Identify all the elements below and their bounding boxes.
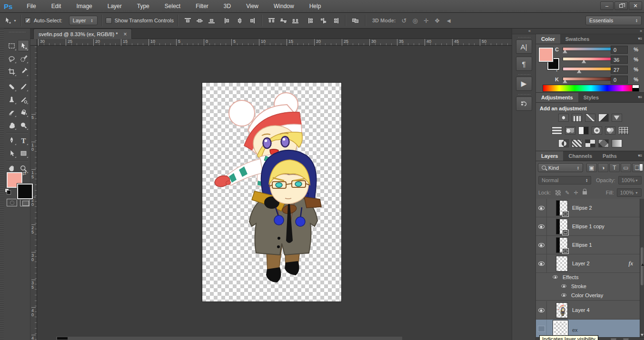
type-tool[interactable]: T <box>18 135 29 146</box>
fx-badge[interactable]: fx <box>629 260 633 267</box>
yellow-value-field[interactable]: 27 <box>611 66 628 74</box>
auto-align-layers-button[interactable] <box>352 18 359 24</box>
actions-panel-button[interactable]: ▶ <box>516 77 532 91</box>
layer-row-ellipse2[interactable]: Ellipse 2 <box>536 199 640 217</box>
tab-layers[interactable]: Layers <box>536 151 563 161</box>
close-button[interactable]: ✕ <box>629 1 642 10</box>
photo-filter-icon[interactable] <box>592 126 602 135</box>
menu-item[interactable]: Help <box>302 0 329 12</box>
gradient-map-icon[interactable] <box>598 139 609 147</box>
channel-mixer-icon[interactable] <box>605 126 615 135</box>
healing-brush-tool[interactable] <box>6 81 17 92</box>
distribute-right-edges-button[interactable] <box>332 18 339 24</box>
visibility-toggle[interactable] <box>536 236 547 254</box>
layer-thumbnail[interactable] <box>556 256 567 271</box>
tab-channels[interactable]: Channels <box>563 151 597 161</box>
align-right-edges-button[interactable] <box>248 18 255 24</box>
crop-tool[interactable] <box>6 66 17 77</box>
hue-saturation-icon[interactable] <box>552 126 562 135</box>
menu-item[interactable]: 3D <box>216 0 238 12</box>
selective-color-icon[interactable] <box>612 139 622 147</box>
effects-row[interactable]: Effects <box>536 273 640 282</box>
ruler-corner[interactable] <box>30 39 37 46</box>
blend-mode-dropdown[interactable]: Normal ▲▼ <box>538 176 591 185</box>
layer-name[interactable]: Ellipse 1 copy <box>572 223 604 229</box>
brush-tool[interactable] <box>18 81 29 92</box>
scroll-down-icon[interactable] <box>641 334 644 336</box>
move-tool[interactable] <box>18 40 29 51</box>
dodge-tool[interactable] <box>18 119 29 131</box>
layer-thumbnail[interactable] <box>556 201 567 215</box>
dock-edge-grip[interactable] <box>0 29 4 340</box>
filter-adjustment-layers-icon[interactable]: ◑ <box>598 163 608 172</box>
black-value-field[interactable]: 0 <box>611 76 628 84</box>
screen-mode-button[interactable] <box>20 199 30 206</box>
brightness-contrast-icon[interactable] <box>558 114 569 122</box>
layer-name[interactable]: Ellipse 2 <box>572 205 592 211</box>
vibrance-icon[interactable] <box>612 114 622 122</box>
filter-pixel-layers-icon[interactable]: ▣ <box>586 163 597 172</box>
panel-grip[interactable] <box>518 37 530 39</box>
tab-adjustments[interactable]: Adjustments <box>536 93 578 102</box>
distribute-top-edges-button[interactable] <box>268 18 275 24</box>
document-tab[interactable]: svefin.psd @ 8.33% (ex, RGB/8) * × <box>33 29 132 39</box>
lock-move-icon[interactable]: ✛ <box>574 190 578 196</box>
color-balance-icon[interactable] <box>565 126 575 135</box>
menu-item[interactable]: View <box>238 0 266 12</box>
background-color-swatch[interactable] <box>17 184 33 199</box>
3d-slide-icon[interactable]: ❖ <box>435 17 440 24</box>
workspace-switcher[interactable]: Essentials ▲▼ <box>585 16 642 25</box>
paint-bucket-tool[interactable] <box>18 107 29 118</box>
tab-color[interactable]: Color <box>536 34 560 44</box>
levels-icon[interactable] <box>572 114 582 122</box>
panel-grip[interactable] <box>518 74 530 76</box>
layer-thumbnail[interactable] <box>556 303 567 318</box>
tab-close-icon[interactable]: × <box>123 32 127 37</box>
panel-menu-icon[interactable]: ▾≡ <box>638 153 642 158</box>
auto-select-target-dropdown[interactable]: Layer ▲▼ <box>69 16 98 25</box>
effects-label[interactable]: Effects <box>563 274 578 280</box>
layer-thumbnail[interactable] <box>556 219 567 234</box>
align-horizontal-centers-button[interactable] <box>236 18 243 24</box>
tab-paths[interactable]: Paths <box>597 151 622 161</box>
menu-item[interactable]: Filter <box>188 0 216 12</box>
visibility-toggle[interactable] <box>536 320 547 337</box>
threshold-icon[interactable] <box>585 139 595 147</box>
collapse-panels-icon[interactable]: « <box>528 29 531 33</box>
eye-icon[interactable] <box>553 275 557 279</box>
canvas[interactable] <box>202 83 341 301</box>
eye-icon[interactable] <box>561 293 566 297</box>
lasso-tool[interactable] <box>6 53 17 64</box>
align-top-edges-button[interactable] <box>184 18 191 24</box>
stroke-effect-label[interactable]: Stroke <box>571 283 586 289</box>
distribute-horizontal-centers-button[interactable] <box>320 18 327 24</box>
marquee-tool[interactable] <box>6 40 17 51</box>
color-overlay-effect-label[interactable]: Color Overlay <box>571 292 603 298</box>
character-panel-button[interactable]: A| <box>516 39 532 54</box>
collapse-dock-icon[interactable]: » <box>640 29 642 33</box>
menu-item[interactable]: Type <box>129 0 157 12</box>
lock-all-icon[interactable] <box>583 191 587 194</box>
delete-layer-button[interactable] <box>623 338 629 340</box>
distribute-left-edges-button[interactable] <box>308 18 315 24</box>
3d-roll-icon[interactable]: ◎ <box>412 17 417 24</box>
filter-shape-layers-icon[interactable]: ▭ <box>621 163 631 172</box>
layer-name[interactable]: Layer 2 <box>572 261 590 266</box>
eyedropper-tool[interactable] <box>18 66 29 77</box>
pen-tool[interactable] <box>6 135 17 146</box>
menu-item[interactable]: Window <box>266 0 302 12</box>
layer-thumbnail[interactable] <box>556 238 567 253</box>
effect-row-stroke[interactable]: Stroke <box>536 282 640 291</box>
menu-item[interactable]: Select <box>157 0 188 12</box>
scrollbar-thumb[interactable] <box>641 247 644 285</box>
layer-row-layer4[interactable]: Layer 4 <box>536 301 640 320</box>
align-bottom-edges-button[interactable] <box>208 18 215 24</box>
menu-item[interactable]: File <box>19 0 43 12</box>
posterize-icon[interactable] <box>572 139 582 147</box>
quick-mask-button[interactable] <box>7 199 17 206</box>
cyan-value-field[interactable]: 0 <box>611 46 628 54</box>
align-vertical-centers-button[interactable] <box>196 18 203 24</box>
tab-styles[interactable]: Styles <box>578 93 604 102</box>
invert-icon[interactable] <box>558 139 569 147</box>
lock-transparency-icon[interactable] <box>555 190 561 195</box>
